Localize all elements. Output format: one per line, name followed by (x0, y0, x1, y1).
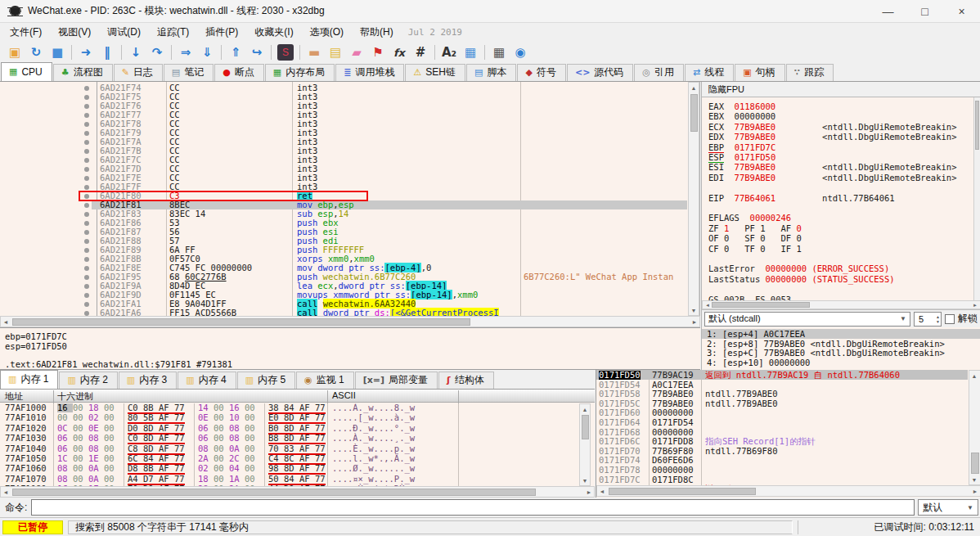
tab-内存 1[interactable]: ▥内存 1 (0, 370, 58, 389)
breakpoint-dot-icon[interactable] (84, 239, 89, 244)
breakpoint-dot-icon[interactable] (84, 167, 89, 172)
command-input[interactable] (31, 499, 915, 516)
breakpoint-dot-icon[interactable] (84, 311, 89, 316)
tab-笔记[interactable]: ▤笔记 (164, 64, 214, 81)
menu-item-H[interactable]: 帮助(H) (352, 22, 402, 43)
menu-item-I[interactable]: 收藏夹(I) (246, 22, 301, 43)
menu-item-D[interactable]: 调试(D) (99, 22, 149, 43)
breakpoint-dot-icon[interactable] (84, 266, 89, 271)
pause-icon[interactable]: ‖ (97, 43, 118, 62)
disasm-row[interactable]: 6AD21FA6FF15 ACD5566Bcall dword ptr ds:[… (0, 309, 687, 316)
dump-horizontal-scrollbar[interactable]: ◄ ► (0, 486, 595, 498)
register-line[interactable]: ESP 0171FD50 (708, 153, 775, 162)
hash-icon[interactable]: # (410, 43, 431, 62)
arg-row[interactable]: 1: [esp+4] A0C17EEA (707, 330, 805, 339)
breakpoint-dot-icon[interactable] (84, 302, 89, 307)
tab-SEH链[interactable]: ⚠SEH链 (405, 64, 465, 81)
tab-断点[interactable]: ●断点 (214, 64, 264, 81)
breakpoint-dot-icon[interactable] (84, 95, 89, 100)
tab-局部变量[interactable]: [x=]局部变量 (355, 372, 438, 389)
calculator-icon[interactable]: ▦ (488, 43, 510, 62)
menu-item-F[interactable]: 文件(F) (2, 22, 50, 43)
restart-icon[interactable]: ↻ (25, 43, 47, 62)
step-over-icon[interactable]: ↷ (146, 43, 168, 62)
stack-row[interactable]: 0171FD7800000000 (596, 466, 968, 475)
register-line[interactable]: EBX 00000000 (708, 112, 775, 121)
register-line[interactable]: EDX 77B9ABE0 <ntdll.DbgUiRemoteBreakin> (708, 133, 956, 142)
breakpoint-dot-icon[interactable] (84, 230, 89, 235)
disasm-vertical-scrollbar[interactable]: ▲ ▼ (688, 82, 699, 316)
arg-row[interactable]: 2: [esp+8] 77B9ABE0 <ntdll.DbgUiRemoteBr… (707, 340, 945, 349)
breakpoint-dot-icon[interactable] (84, 122, 89, 127)
close-button[interactable]: × (943, 0, 980, 23)
strings-icon[interactable]: A₂ (438, 43, 460, 62)
register-line[interactable]: EIP 77B64061 ntdll.77B64061 (708, 194, 895, 203)
hide-fpu-button[interactable]: 隐藏FPU (702, 82, 980, 97)
stack-row[interactable]: 0171FD5077B9AC19返回到 ntdll.77B9AC19 自 ntd… (596, 371, 968, 381)
disasm-horizontal-scrollbar[interactable]: ◄ ► (0, 316, 700, 327)
breakpoint-dot-icon[interactable] (84, 293, 89, 298)
breakpoint-dot-icon[interactable] (84, 221, 89, 226)
breakpoint-dot-icon[interactable] (84, 176, 89, 181)
register-line[interactable]: EBP 0171FD7C (708, 143, 775, 152)
run-to-user-code-icon[interactable]: ↪ (246, 43, 267, 62)
bookmarks-icon[interactable]: ⚑ (367, 43, 389, 62)
registers-horizontal-scrollbar[interactable]: ◄ ► (702, 300, 980, 309)
internet-icon[interactable]: ◉ (510, 43, 531, 62)
breakpoint-dot-icon[interactable] (84, 203, 89, 208)
breakpoint-dot-icon[interactable] (84, 212, 89, 217)
tab-跟踪[interactable]: ∵跟踪 (786, 64, 834, 81)
register-line[interactable]: ZF 1 PF 1 AF 0 (708, 224, 802, 233)
tab-内存 3[interactable]: ▥内存 3 (119, 372, 177, 389)
menu-item-O[interactable]: 选项(O) (302, 22, 352, 43)
breakpoint-dot-icon[interactable] (84, 284, 89, 289)
registers-vertical-scrollbar[interactable] (973, 97, 980, 302)
stack-row[interactable]: 0171FD640171FD54 (596, 418, 968, 428)
register-line[interactable]: OF 0 SF 0 DF 0 (708, 234, 802, 243)
tab-CPU[interactable]: ▦CPU (1, 62, 52, 81)
tab-内存 2[interactable]: ▥内存 2 (59, 372, 117, 389)
command-profile-dropdown[interactable]: 默认 ▼ (918, 499, 978, 516)
menu-item-T[interactable]: 追踪(T) (149, 22, 197, 43)
comments-icon[interactable]: ▤ (325, 43, 346, 62)
tab-调用堆栈[interactable]: ≣调用堆栈 (335, 64, 404, 81)
patches-icon[interactable]: ▬ (303, 43, 325, 62)
breakpoint-dot-icon[interactable] (84, 104, 89, 109)
step-into-icon[interactable]: ↓ (125, 43, 146, 62)
register-line[interactable]: EDI 77B9ABE0 <ntdll.DbgUiRemoteBreakin> (708, 173, 956, 182)
dump-vertical-scrollbar[interactable]: ▲ ▼ (579, 403, 591, 486)
tab-源代码[interactable]: <>源代码 (567, 64, 633, 81)
tab-内存布局[interactable]: ▦内存布局 (265, 64, 335, 81)
breakpoint-dot-icon[interactable] (84, 149, 89, 154)
breakpoint-dot-icon[interactable] (84, 248, 89, 253)
stack-vertical-scrollbar[interactable]: ▲ ▼ (969, 370, 980, 485)
tab-引用[interactable]: ◎引用 (634, 64, 684, 81)
arg-row[interactable]: 4: [esp+10] 00000000 (707, 358, 810, 367)
register-line[interactable]: ESI 77B9ABE0 <ntdll.DbgUiRemoteBreakin> (708, 163, 956, 172)
maximize-button[interactable]: □ (906, 0, 943, 23)
breakpoint-dot-icon[interactable] (84, 140, 89, 145)
tab-监视 1[interactable]: ◉监视 1 (296, 372, 354, 389)
breakpoint-dot-icon[interactable] (84, 275, 89, 280)
minimize-button[interactable]: — (870, 0, 906, 23)
stop-icon[interactable]: ■ (47, 43, 68, 62)
breakpoint-dot-icon[interactable] (84, 113, 89, 118)
execute-till-return-icon[interactable]: ⇑ (225, 43, 246, 62)
run-to-selection-icon[interactable]: ⇒ (175, 43, 196, 62)
arg-row[interactable]: 3: [esp+C] 77B9ABE0 <ntdll.DbgUiRemoteBr… (707, 349, 945, 358)
register-line[interactable]: ECX 77B9ABE0 <ntdll.DbgUiRemoteBreakin> (708, 123, 956, 132)
breakpoint-dot-icon[interactable] (84, 185, 89, 190)
spinner-arrows-icon[interactable]: ▲▼ (936, 314, 941, 324)
tab-脚本[interactable]: ▤脚本 (466, 64, 516, 81)
register-line[interactable]: EAX 01186000 (708, 102, 775, 111)
register-line[interactable]: LastStatus 00000000 (STATUS_SUCCESS) (708, 275, 895, 284)
register-line[interactable]: CF 0 TF 0 IF 1 (708, 245, 802, 254)
unlock-checkbox[interactable] (945, 314, 955, 324)
tab-符号[interactable]: ◆符号 (517, 64, 565, 81)
modules-icon[interactable]: ▦ (460, 43, 481, 62)
calling-convention-dropdown[interactable]: 默认 (stdcall) ▼ (704, 312, 910, 327)
open-file-icon[interactable]: ▣ (4, 43, 25, 62)
tab-内存 5[interactable]: ▥内存 5 (237, 372, 295, 389)
run-icon[interactable]: ➜ (75, 43, 97, 62)
stack-row[interactable]: 0171FD7C0171FD8C (596, 475, 968, 485)
